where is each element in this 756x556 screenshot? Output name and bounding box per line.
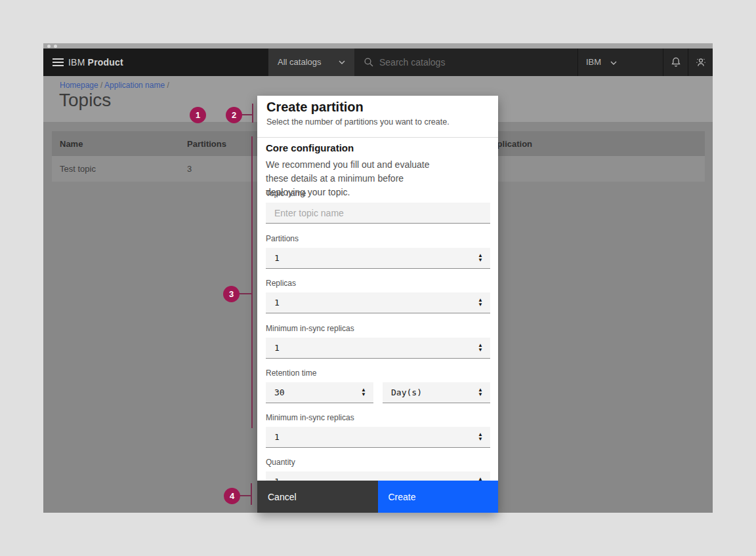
hamburger-bars: [52, 58, 64, 66]
search-input[interactable]: [379, 49, 570, 76]
breadcrumb-separator: /: [167, 81, 169, 90]
create-button[interactable]: Create: [378, 481, 499, 513]
catalog-dropdown[interactable]: All catalogs: [268, 49, 354, 76]
page-title: Topics: [59, 90, 111, 111]
caret-down-icon: ▼: [478, 393, 483, 397]
annotation-line: [251, 136, 253, 428]
annotation-line: [242, 114, 253, 115]
min-insync-replicas-label: Minimum in-sync replicas: [266, 324, 354, 333]
annotation-line: [240, 495, 251, 496]
bell-icon: [670, 56, 682, 68]
breadcrumb-separator: /: [100, 81, 102, 90]
search-icon: [364, 57, 374, 68]
cell-partitions: 3: [187, 156, 192, 182]
annotation-line: [239, 293, 252, 294]
min-insync-2-stepper[interactable]: ▲▼: [478, 427, 483, 447]
partitions-field: ▲▼: [266, 248, 490, 269]
min-insync-replicas-2-field: ▲▼: [266, 427, 490, 448]
cell-topic-name: Test topic: [60, 156, 96, 182]
brand-name: Product: [88, 57, 123, 68]
caret-down-icon: ▼: [478, 303, 483, 307]
quantity-label: Quantity: [266, 458, 295, 467]
annotation-marker-1: 1: [190, 107, 206, 123]
retention-value-field: ▲▼: [266, 382, 373, 403]
annotation-marker-3: 3: [223, 286, 240, 302]
breadcrumb-homepage[interactable]: Homepage: [60, 81, 98, 90]
window-dot[interactable]: [47, 45, 51, 48]
modal-footer: Cancel Create: [257, 481, 498, 513]
create-partition-modal: Create partition Select the number of pa…: [257, 96, 498, 513]
ibm-dropdown-label: IBM: [586, 57, 601, 67]
notification-bell-button[interactable]: [663, 49, 688, 76]
annotation-line: [252, 104, 253, 123]
retention-value-stepper[interactable]: ▲▼: [361, 382, 366, 403]
replicas-stepper[interactable]: ▲▼: [478, 292, 483, 313]
topic-name-input[interactable]: [266, 203, 490, 223]
column-header-name[interactable]: Name: [60, 131, 83, 156]
min-insync-replicas-2-input[interactable]: [266, 427, 490, 447]
replicas-input[interactable]: [266, 292, 490, 313]
window-titlebar: [43, 43, 713, 49]
caret-down-icon: ▼: [361, 393, 366, 397]
column-header-partitions[interactable]: Partitions: [187, 131, 226, 156]
section-heading: Core configuration: [266, 142, 354, 153]
topic-name-field: [266, 203, 490, 224]
partitions-label: Partitions: [266, 234, 299, 243]
search-bar: [354, 49, 578, 76]
chevron-down-icon: [610, 61, 617, 65]
retention-value-input[interactable]: [266, 382, 373, 403]
min-insync-stepper[interactable]: ▲▼: [478, 338, 483, 358]
topic-name-label: Topic name: [266, 189, 306, 198]
annotation-marker-4: 4: [224, 488, 240, 504]
user-avatar-button[interactable]: [688, 49, 713, 76]
catalog-dropdown-label: All catalogs: [278, 57, 321, 67]
retention-time-label: Retention time: [266, 368, 316, 378]
window-dot[interactable]: [54, 45, 57, 48]
retention-unit-stepper[interactable]: ▲▼: [478, 382, 483, 403]
replicas-label: Replicas: [266, 279, 296, 288]
hamburger-menu-icon[interactable]: [47, 49, 70, 76]
modal-title: Create partition: [266, 100, 364, 115]
modal-divider: [257, 137, 498, 138]
min-insync-replicas-input[interactable]: [266, 338, 490, 358]
app-brand[interactable]: IBM Product: [68, 49, 123, 76]
user-avatar-icon: [695, 56, 707, 68]
min-insync-replicas-2-label: Minimum in-sync replicas: [266, 413, 354, 422]
partitions-stepper[interactable]: ▲▼: [478, 248, 483, 268]
breadcrumb-application-name[interactable]: Application name: [104, 81, 165, 90]
retention-unit-field: ▲▼: [383, 382, 490, 403]
brand-prefix: IBM: [68, 57, 85, 68]
modal-subtitle: Select the number of partitions you want…: [266, 117, 450, 127]
min-insync-replicas-field: ▲▼: [266, 338, 490, 359]
ibm-dropdown[interactable]: IBM: [578, 49, 663, 76]
annotation-line: [251, 483, 252, 505]
breadcrumb: Homepage / Application name /: [60, 81, 169, 90]
replicas-field: ▲▼: [266, 292, 490, 313]
caret-down-icon: ▼: [478, 437, 483, 441]
chevron-down-icon: [339, 60, 345, 64]
app-header: IBM Product All catalogs IBM: [43, 49, 713, 76]
cancel-button[interactable]: Cancel: [257, 481, 378, 513]
annotation-marker-2: 2: [226, 107, 242, 123]
caret-down-icon: ▼: [478, 258, 483, 262]
caret-down-icon: ▼: [478, 348, 483, 352]
retention-unit-input[interactable]: [383, 382, 490, 403]
partitions-input[interactable]: [266, 248, 490, 268]
